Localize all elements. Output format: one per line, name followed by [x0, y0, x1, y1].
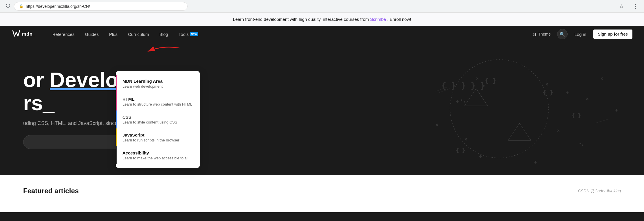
nav-references[interactable]: References: [47, 26, 80, 42]
svg-point-26: [580, 143, 581, 144]
search-icon: 🔍: [559, 32, 565, 37]
theme-icon: ◑: [533, 32, 536, 36]
hero-title-suffix: rs_: [23, 91, 54, 115]
dropdown-item-desc-html: Learn to structure web content with HTML: [122, 102, 194, 106]
nav-blog[interactable]: Blog: [154, 26, 173, 42]
nav-plus[interactable]: Plus: [104, 26, 123, 42]
new-badge: NEW: [190, 32, 198, 36]
svg-text:+: +: [456, 99, 459, 104]
svg-text:+: +: [534, 159, 537, 165]
svg-text:{ }: { }: [543, 89, 553, 96]
svg-text:×: ×: [586, 96, 588, 101]
main-nav: mdn_ References Guides Plus Curriculum B…: [0, 26, 644, 42]
hero-title-prefix: or: [23, 68, 50, 91]
shield-icon: 🛡: [6, 4, 10, 9]
dropdown-item-accessibility[interactable]: Accessibility Learn to make the web acce…: [116, 146, 200, 164]
svg-text:+: +: [615, 107, 618, 113]
svg-line-23: [595, 119, 609, 123]
dropdown-item-title-mdn-learning: MDN Learning Area: [122, 79, 194, 84]
url-text: https://developer.mozilla.org/zh-CN/: [26, 4, 90, 9]
svg-point-1: [450, 60, 548, 158]
dropdown-item-title-accessibility: Accessibility: [122, 150, 194, 155]
svg-point-27: [582, 145, 583, 146]
svg-text:×: ×: [557, 128, 559, 133]
nav-items: References Guides Plus Curriculum Blog T…: [47, 26, 530, 42]
svg-text:{ }: { }: [485, 77, 496, 84]
svg-text:+: +: [566, 90, 569, 95]
logo-text: mdn_: [22, 32, 36, 37]
nav-right: ◑ Theme 🔍 Log in Sign up for free: [530, 29, 632, 39]
lock-icon: 🔒: [19, 4, 23, 8]
mdn-logo[interactable]: mdn_: [12, 29, 36, 40]
nav-guides[interactable]: Guides: [80, 26, 104, 42]
svg-text:{ }: { }: [456, 147, 465, 153]
svg-text:+: +: [479, 154, 482, 159]
svg-marker-3: [508, 123, 531, 141]
svg-text:{ }: { }: [572, 113, 581, 119]
dropdown-item-desc-css: Learn to style content using CSS: [122, 120, 194, 124]
bookmark-icon[interactable]: ☆: [619, 3, 624, 10]
dropdown-item-desc-javascript: Learn to run scripts in the browser: [122, 138, 194, 142]
logo-m-icon: [12, 29, 21, 40]
dropdown-item-title-css: CSS: [122, 115, 194, 119]
dropdown-item-title-html: HTML: [122, 97, 194, 102]
promo-banner: Learn front-end development with high qu…: [0, 13, 644, 26]
signup-button[interactable]: Sign up for free: [593, 30, 632, 39]
hero-section: { } } } } { } { } { } { } × × × × × × × …: [0, 42, 644, 175]
featured-section: Featured articles CSDN @Coder-thinking: [0, 175, 644, 212]
svg-marker-2: [465, 89, 488, 106]
dropdown-item-html[interactable]: HTML Learn to structure web content with…: [116, 93, 200, 110]
svg-text:×: ×: [601, 76, 603, 81]
login-button[interactable]: Log in: [571, 30, 590, 38]
dropdown-item-mdn-learning[interactable]: MDN Learning Area Learn web development: [116, 75, 200, 93]
dropdown-item-desc-accessibility: Learn to make the web accessible to all: [122, 156, 194, 160]
address-bar[interactable]: 🔒 https://developer.mozilla.org/zh-CN/: [14, 2, 188, 11]
dropdown-item-javascript[interactable]: JavaScript Learn to run scripts in the b…: [116, 128, 200, 146]
banner-text-after: . Enroll now!: [387, 17, 411, 22]
svg-point-24: [461, 100, 462, 101]
dropdown-item-css[interactable]: CSS Learn to style content using CSS: [116, 110, 200, 128]
browser-chrome: 🛡 🔒 https://developer.mozilla.org/zh-CN/…: [0, 0, 644, 13]
featured-title: Featured articles: [23, 187, 79, 195]
guides-dropdown: MDN Learning Area Learn web development …: [116, 71, 200, 168]
hero-decoration-svg: { } } } } { } { } { } { } × × × × × × × …: [239, 42, 644, 175]
attribution-text: CSDN @Coder-thinking: [578, 189, 621, 193]
nav-curriculum[interactable]: Curriculum: [123, 26, 154, 42]
svg-text:×: ×: [546, 82, 548, 86]
nav-tools[interactable]: Tools NEW: [173, 26, 203, 42]
dropdown-item-desc-mdn-learning: Learn web development: [122, 84, 194, 89]
scrimba-link[interactable]: Scrimba: [370, 17, 386, 22]
svg-text:×: ×: [476, 76, 478, 81]
browser-menu-icon[interactable]: ⋮: [633, 3, 638, 10]
search-button[interactable]: 🔍: [557, 29, 568, 39]
svg-text:×: ×: [436, 122, 438, 127]
banner-text-before: Learn front-end development with high qu…: [233, 17, 370, 22]
dropdown-item-title-javascript: JavaScript: [122, 132, 194, 137]
svg-text:×: ×: [465, 137, 467, 141]
svg-point-25: [464, 101, 465, 102]
featured-header: Featured articles CSDN @Coder-thinking: [23, 187, 621, 195]
theme-button[interactable]: ◑ Theme: [530, 30, 554, 38]
svg-text:{ } } } }: { } } } }: [441, 81, 485, 91]
